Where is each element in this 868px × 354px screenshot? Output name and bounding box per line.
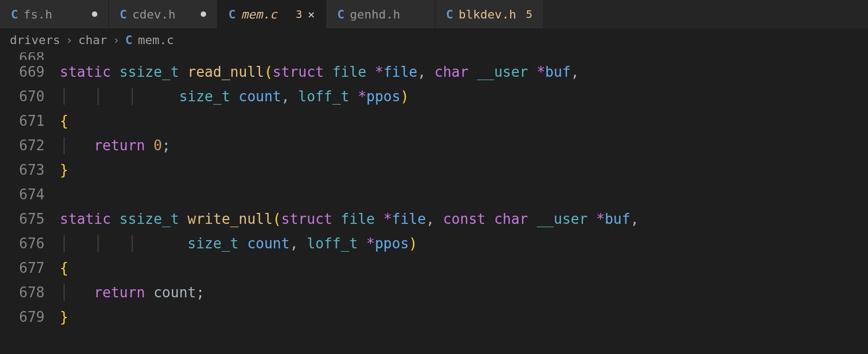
- code-content: │ return count;: [60, 280, 204, 305]
- tab-mem-c[interactable]: C mem.c 3 ×: [218, 0, 326, 28]
- tab-label: cdev.h: [132, 8, 195, 21]
- line-number: 673: [0, 158, 60, 182]
- code-line: 679 }: [0, 305, 868, 329]
- code-content: }: [60, 305, 69, 329]
- line-number: 679: [0, 305, 60, 329]
- c-file-icon: C: [120, 8, 127, 21]
- code-line: 670 │ │ │ size_t count, loff_t *ppos): [0, 84, 868, 109]
- c-file-icon: C: [337, 8, 344, 21]
- tab-cdev-h[interactable]: C cdev.h: [109, 0, 218, 28]
- chevron-right-icon: ›: [113, 33, 120, 47]
- breadcrumb-segment[interactable]: char: [78, 33, 107, 47]
- c-file-icon: C: [11, 8, 18, 21]
- line-number: 671: [0, 109, 60, 133]
- chevron-right-icon: ›: [66, 33, 73, 47]
- code-content: {: [60, 109, 69, 133]
- line-number: 678: [0, 280, 60, 305]
- code-line: 673 }: [0, 158, 868, 182]
- line-number: 672: [0, 133, 60, 158]
- line-number: 674: [0, 182, 60, 207]
- code-content: │ return 0;: [60, 133, 171, 158]
- line-number: 670: [0, 84, 60, 109]
- tab-genhd-h[interactable]: C genhd.h: [326, 0, 435, 28]
- tab-label: mem.c: [241, 8, 290, 21]
- tab-label: genhd.h: [350, 8, 424, 21]
- code-content: {: [60, 256, 69, 280]
- code-line: 669 static ssize_t read_null(struct file…: [0, 60, 868, 84]
- line-number: 668: [0, 52, 60, 60]
- line-number: 675: [0, 207, 60, 231]
- tab-bar: C fs.h C cdev.h C mem.c 3 × C genhd.h C …: [0, 0, 868, 28]
- tab-fs-h[interactable]: C fs.h: [0, 0, 109, 28]
- breadcrumb: drivers › char › C mem.c: [0, 28, 868, 51]
- code-content: │ │ │ size_t count, loff_t *ppos): [60, 231, 418, 256]
- code-line: 675 static ssize_t write_null(struct fil…: [0, 207, 868, 231]
- code-line: 671 {: [0, 109, 868, 133]
- code-content: static ssize_t read_null(struct file *fi…: [60, 60, 579, 84]
- code-content: }: [60, 158, 69, 182]
- close-icon[interactable]: ×: [308, 8, 315, 21]
- breadcrumb-segment[interactable]: mem.c: [138, 33, 173, 47]
- tab-blkdev-h[interactable]: C blkdev.h 5: [435, 0, 544, 28]
- code-line: 678 │ return count;: [0, 280, 868, 305]
- tab-label: fs.h: [23, 8, 86, 21]
- c-file-icon: C: [228, 8, 235, 21]
- modified-dot-icon: [201, 11, 206, 17]
- code-content: static ssize_t write_null(struct file *f…: [60, 207, 639, 231]
- code-line: 677 {: [0, 256, 868, 280]
- line-number: 669: [0, 60, 60, 84]
- code-content: │ │ │ size_t count, loff_t *ppos): [60, 84, 409, 109]
- modified-dot-icon: [92, 11, 97, 17]
- code-editor[interactable]: 668 669 static ssize_t read_null(struct …: [0, 51, 868, 329]
- tab-label: blkdev.h: [458, 8, 520, 21]
- line-number: 676: [0, 231, 60, 256]
- line-number: 677: [0, 256, 60, 280]
- git-badge: 5: [526, 8, 532, 21]
- breadcrumb-segment[interactable]: drivers: [10, 33, 60, 47]
- c-file-icon: C: [446, 8, 453, 21]
- git-badge: 3: [296, 8, 302, 21]
- code-line: 674: [0, 182, 868, 207]
- code-line: 676 │ │ │ size_t count, loff_t *ppos): [0, 231, 868, 256]
- c-file-icon: C: [125, 33, 132, 47]
- code-line: 672 │ return 0;: [0, 133, 868, 158]
